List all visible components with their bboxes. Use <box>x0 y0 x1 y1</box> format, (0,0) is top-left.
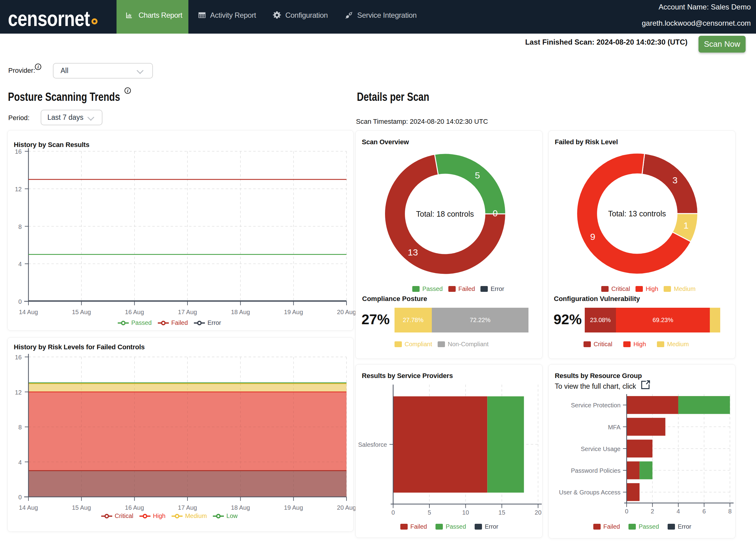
svg-text:2: 2 <box>651 508 654 515</box>
svg-text:16 Aug: 16 Aug <box>125 504 144 511</box>
svg-text:16: 16 <box>15 354 22 360</box>
svg-text:18 Aug: 18 Aug <box>231 504 250 511</box>
svg-text:19 Aug: 19 Aug <box>284 504 303 511</box>
svg-text:4: 4 <box>18 459 22 466</box>
svg-text:4: 4 <box>18 261 22 268</box>
svg-text:1: 1 <box>684 220 689 231</box>
svg-text:20 Aug: 20 Aug <box>337 504 356 511</box>
svg-text:8: 8 <box>18 424 22 431</box>
svg-text:16 Aug: 16 Aug <box>125 308 144 315</box>
svg-text:5: 5 <box>428 509 431 516</box>
svg-text:15: 15 <box>498 509 505 516</box>
svg-text:8: 8 <box>18 224 22 230</box>
svg-text:Service Usage: Service Usage <box>581 445 621 452</box>
svg-text:15 Aug: 15 Aug <box>72 504 91 511</box>
svg-text:Salesforce: Salesforce <box>358 441 387 448</box>
svg-text:13: 13 <box>408 247 418 257</box>
svg-text:User & Groups Access: User & Groups Access <box>559 489 621 496</box>
svg-text:18 Aug: 18 Aug <box>231 308 250 315</box>
svg-text:19 Aug: 19 Aug <box>284 308 303 315</box>
svg-text:3: 3 <box>673 175 678 185</box>
svg-text:20 Aug: 20 Aug <box>337 308 356 315</box>
svg-text:0: 0 <box>625 508 628 515</box>
svg-text:Total: 18 controls: Total: 18 controls <box>416 210 474 218</box>
svg-text:Total: 13 controls: Total: 13 controls <box>608 209 666 218</box>
svg-text:17 Aug: 17 Aug <box>178 308 197 315</box>
svg-text:12: 12 <box>15 389 22 396</box>
svg-text:14 Aug: 14 Aug <box>19 504 38 511</box>
svg-text:0: 0 <box>18 494 22 501</box>
svg-text:5: 5 <box>475 170 480 180</box>
svg-text:MFA: MFA <box>608 424 621 431</box>
svg-text:Password Policies: Password Policies <box>571 467 621 474</box>
svg-text:14 Aug: 14 Aug <box>19 308 38 315</box>
svg-text:0: 0 <box>18 298 22 305</box>
svg-text:20: 20 <box>535 509 541 516</box>
svg-text:0: 0 <box>391 509 395 516</box>
svg-text:15 Aug: 15 Aug <box>72 308 91 315</box>
svg-text:10: 10 <box>462 509 469 516</box>
svg-text:0: 0 <box>493 208 498 218</box>
svg-text:8: 8 <box>728 508 732 515</box>
svg-text:17 Aug: 17 Aug <box>178 504 197 511</box>
svg-text:6: 6 <box>702 508 706 515</box>
svg-text:16: 16 <box>15 148 22 155</box>
svg-text:12: 12 <box>15 186 22 193</box>
svg-text:9: 9 <box>590 232 595 242</box>
svg-text:Service Protection: Service Protection <box>571 402 621 408</box>
svg-text:4: 4 <box>676 508 680 515</box>
